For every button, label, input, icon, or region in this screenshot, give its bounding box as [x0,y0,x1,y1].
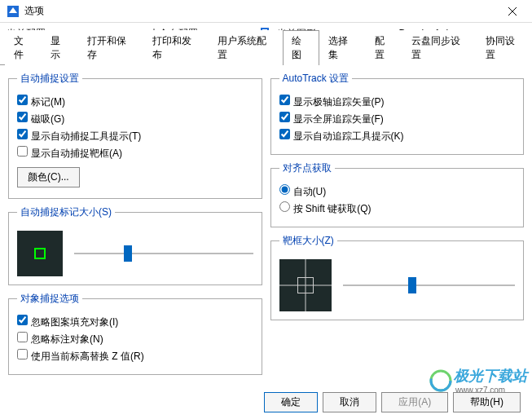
aperture-size-group: 靶框大小(Z) [270,234,525,320]
tab-open-save[interactable]: 打开和保存 [78,30,143,65]
tab-selection[interactable]: 选择集 [319,30,366,65]
aperture-size-legend: 靶框大小(Z) [279,234,337,248]
left-column: 自动捕捉设置 标记(M) 磁吸(G) 显示自动捕捉工具提示(T) 显示自动捕捉靶… [8,72,262,375]
tab-profiles[interactable]: 配置 [366,30,402,65]
magnet-checkbox[interactable]: 磁吸(G) [17,112,64,126]
footer-buttons: 确定 取消 应用(A) 帮助(H) [264,392,521,412]
marker-preview-square [34,248,46,259]
snap-tooltip-checkbox[interactable]: 显示自动捕捉工具提示(T) [17,129,141,143]
marker-size-slider[interactable] [74,245,253,262]
ignore-dim-checkbox[interactable]: 忽略标注对象(N) [17,332,103,346]
aperture-preview-square [297,277,314,293]
shift-radio[interactable]: 按 Shift 键获取(Q) [279,201,372,216]
marker-size-group: 自动捕捉标记大小(S) [8,205,262,285]
replace-z-checkbox[interactable]: 使用当前标高替换 Z 值(R) [17,349,144,364]
autotrack-legend: AutoTrack 设置 [279,72,353,86]
tab-collab[interactable]: 协同设置 [477,30,532,65]
right-column: AutoTrack 设置 显示极轴追踪矢量(P) 显示全屏追踪矢量(F) 显示自… [270,72,525,375]
titlebar: 选项 [0,0,532,23]
content-area: 自动捕捉设置 标记(M) 磁吸(G) 显示自动捕捉工具提示(T) 显示自动捕捉靶… [0,65,532,382]
window-title: 选项 [24,4,496,18]
track-tooltip-checkbox[interactable]: 显示自动追踪工具提示(K) [279,129,404,143]
osnap-options-legend: 对象捕捉选项 [17,292,82,306]
colors-button[interactable]: 颜色(C)... [17,167,80,187]
tab-strip: 文件 显示 打开和保存 打印和发布 用户系统配置 绘图 选择集 配置 云盘同步设… [0,44,532,65]
ok-button[interactable]: 确定 [264,392,318,412]
marker-size-legend: 自动捕捉标记大小(S) [17,205,115,219]
fullscreen-checkbox[interactable]: 显示全屏追踪矢量(F) [279,112,384,126]
marker-preview [17,231,63,276]
alignment-group: 对齐点获取 自动(U) 按 Shift 键获取(Q) [270,161,525,227]
tab-cloud[interactable]: 云盘同步设置 [402,30,477,65]
aperture-size-slider[interactable] [343,277,516,293]
help-button[interactable]: 帮助(H) [453,392,521,412]
autotrack-group: AutoTrack 设置 显示极轴追踪矢量(P) 显示全屏追踪矢量(F) 显示自… [270,72,525,155]
cancel-button[interactable]: 取消 [323,392,376,412]
alignment-legend: 对齐点获取 [279,161,335,175]
tab-file[interactable]: 文件 [5,30,42,65]
aperture-preview [279,259,332,311]
apply-button[interactable]: 应用(A) [381,392,448,412]
slider-thumb[interactable] [124,245,132,262]
aperture-checkbox[interactable]: 显示自动捕捉靶框(A) [17,146,122,161]
marker-checkbox[interactable]: 标记(M) [17,95,65,109]
autosnap-legend: 自动捕捉设置 [17,72,82,86]
tab-drafting[interactable]: 绘图 [283,30,319,65]
tab-user-pref[interactable]: 用户系统配置 [209,30,283,65]
polar-checkbox[interactable]: 显示极轴追踪矢量(P) [279,95,385,109]
ignore-hatch-checkbox[interactable]: 忽略图案填充对象(I) [17,315,118,329]
close-icon [508,7,517,16]
close-button[interactable] [496,0,529,23]
auto-radio[interactable]: 自动(U) [279,184,327,199]
autosnap-group: 自动捕捉设置 标记(M) 磁吸(G) 显示自动捕捉工具提示(T) 显示自动捕捉靶… [8,72,262,199]
app-icon [7,5,20,18]
tab-display[interactable]: 显示 [42,30,78,65]
osnap-options-group: 对象捕捉选项 忽略图案填充对象(I) 忽略标注对象(N) 使用当前标高替换 Z … [8,292,262,375]
slider-thumb[interactable] [408,277,416,293]
tab-plot[interactable]: 打印和发布 [143,30,209,65]
